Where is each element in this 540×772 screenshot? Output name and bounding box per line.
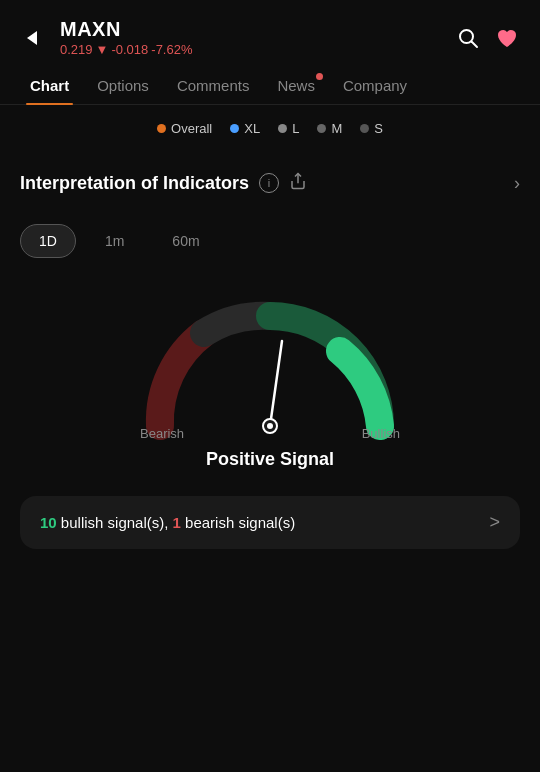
tab-chart[interactable]: Chart <box>16 67 83 104</box>
bullish-count: 10 <box>40 514 57 531</box>
bearish-count: 1 <box>173 514 181 531</box>
stock-change: -0.018 <box>111 42 148 57</box>
nav-tabs: Chart Options Comments News Company <box>0 67 540 105</box>
header: MAXN 0.219 ▼ -0.018 -7.62% <box>0 0 540 67</box>
stock-price-info: 0.219 ▼ -0.018 -7.62% <box>60 42 193 57</box>
search-icon <box>456 26 480 50</box>
bearish-label-text: bearish signal(s) <box>185 514 295 531</box>
section-title-group: Interpretation of Indicators i <box>20 172 307 194</box>
bullish-label-text: bullish signal(s), <box>61 514 169 531</box>
gauge-signal: Positive Signal <box>206 449 334 470</box>
signal-arrow: > <box>489 512 500 533</box>
filter-overall[interactable]: Overall <box>157 121 212 136</box>
info-button[interactable]: i <box>259 173 279 193</box>
l-dot <box>278 124 287 133</box>
heart-icon <box>494 26 520 50</box>
tab-comments[interactable]: Comments <box>163 67 264 104</box>
gauge-container: Bearish Bullish Positive Signal <box>0 266 540 480</box>
bullish-label: Bullish <box>362 426 400 441</box>
header-left: MAXN 0.219 ▼ -0.018 -7.62% <box>16 18 193 57</box>
xl-dot <box>230 124 239 133</box>
time-buttons: 1D 1m 60m <box>0 210 540 266</box>
gauge-labels: Bearish Bullish <box>130 426 410 441</box>
time-btn-1m[interactable]: 1m <box>86 224 143 258</box>
tab-options[interactable]: Options <box>83 67 163 104</box>
tab-news[interactable]: News <box>263 67 329 104</box>
filter-s[interactable]: S <box>360 121 383 136</box>
overall-dot <box>157 124 166 133</box>
stock-change-pct: -7.62% <box>151 42 192 57</box>
time-btn-1d[interactable]: 1D <box>20 224 76 258</box>
search-button[interactable] <box>456 26 480 50</box>
news-notification-dot <box>316 73 323 80</box>
bearish-label: Bearish <box>140 426 184 441</box>
gauge-svg <box>130 286 410 446</box>
header-right <box>456 26 520 50</box>
share-icon <box>289 172 307 190</box>
stock-symbol: MAXN <box>60 18 193 41</box>
stock-info: MAXN 0.219 ▼ -0.018 -7.62% <box>60 18 193 57</box>
m-dot <box>317 124 326 133</box>
section-header: Interpretation of Indicators i › <box>20 172 520 194</box>
time-btn-60m[interactable]: 60m <box>153 224 218 258</box>
back-icon <box>27 31 37 45</box>
svg-line-3 <box>270 341 282 426</box>
filter-m[interactable]: M <box>317 121 342 136</box>
s-dot <box>360 124 369 133</box>
filter-xl[interactable]: XL <box>230 121 260 136</box>
tab-company[interactable]: Company <box>329 67 421 104</box>
favorite-button[interactable] <box>494 26 520 50</box>
stock-price: 0.219 <box>60 42 93 57</box>
svg-line-1 <box>472 41 478 47</box>
section-chevron[interactable]: › <box>514 173 520 194</box>
section-title: Interpretation of Indicators <box>20 173 249 194</box>
back-button[interactable] <box>16 22 48 54</box>
down-arrow-icon: ▼ <box>96 42 109 57</box>
filter-row: Overall XL L M S <box>0 105 540 144</box>
signal-text: 10 bullish signal(s), 1 bearish signal(s… <box>40 514 295 531</box>
filter-l[interactable]: L <box>278 121 299 136</box>
signal-summary[interactable]: 10 bullish signal(s), 1 bearish signal(s… <box>20 496 520 549</box>
indicators-section: Interpretation of Indicators i › <box>0 144 540 210</box>
share-button[interactable] <box>289 172 307 194</box>
